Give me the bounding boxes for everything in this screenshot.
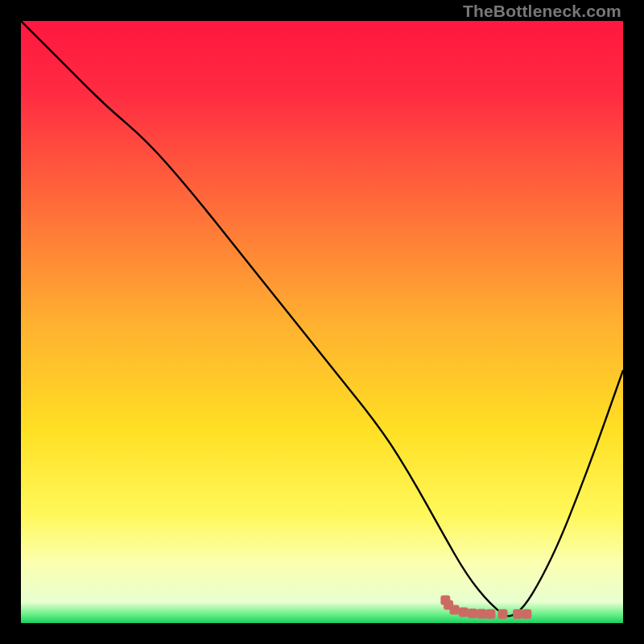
marker-point — [450, 605, 460, 615]
marker-point — [522, 609, 531, 619]
plot-frame — [21, 21, 623, 623]
marker-point — [497, 609, 507, 619]
marker-point — [468, 609, 477, 618]
marker-point — [459, 608, 469, 617]
plot-svg — [21, 21, 623, 623]
marker-point — [485, 609, 495, 619]
marker-point — [477, 609, 486, 618]
watermark-label: TheBottleneck.com — [463, 2, 621, 21]
marker-point — [513, 609, 522, 619]
